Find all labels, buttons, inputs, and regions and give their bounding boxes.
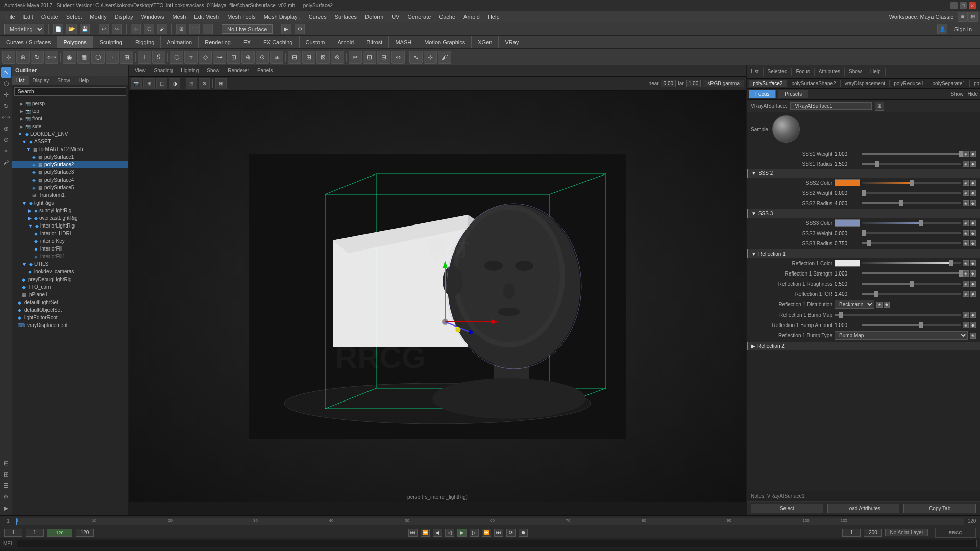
attr-editor-icon[interactable]: ☰	[1, 481, 11, 491]
snap-curve-icon[interactable]: ⌒	[189, 24, 200, 34]
load-attributes-button[interactable]: Load Attributes	[827, 504, 900, 513]
tab-motion-graphics[interactable]: Motion Graphics	[418, 36, 472, 48]
refl1-bump-amt-value[interactable]: 1.000	[835, 322, 860, 328]
node-tab-polySurface2[interactable]: polySurface2	[749, 80, 787, 87]
refl1-ior-value[interactable]: 1.400	[835, 291, 860, 297]
sss2-color-swatch[interactable]	[835, 179, 860, 186]
sss3-radius-value[interactable]: 0.750	[835, 241, 860, 246]
refl1-dist-c-icon[interactable]: ◈	[876, 302, 883, 308]
tree-item-front[interactable]: ▶ 📷 front	[12, 115, 128, 122]
menu-mesh-display[interactable]: Mesh Display ,	[260, 13, 305, 21]
refl1-ior-a-icon[interactable]: ◆	[970, 291, 976, 297]
paint-transfer-icon[interactable]: 🖌	[438, 51, 451, 64]
rotate-tool-icon[interactable]: ↻	[1, 101, 11, 111]
sss2-radius-value[interactable]: 4.000	[835, 201, 860, 206]
refl1-ba-c-icon[interactable]: ◈	[963, 322, 969, 328]
refl1-bump-amt-slider[interactable]	[862, 324, 961, 326]
edge-icon[interactable]: ⬡	[91, 51, 105, 64]
prop-tab-list[interactable]: List	[747, 68, 764, 76]
sign-in-label[interactable]: Sign In	[950, 25, 976, 33]
combine-icon[interactable]: ⊞	[302, 51, 315, 64]
tab-mash[interactable]: MASH	[389, 36, 418, 48]
refl1-roughness-slider[interactable]	[862, 283, 961, 285]
tree-item-defaultObjectSet[interactable]: ◆ defaultObjectSet	[12, 306, 128, 314]
sss1-weight-slider[interactable]	[862, 153, 961, 155]
mel-input[interactable]	[17, 540, 977, 547]
vray-surface-expand-icon[interactable]: ⊞	[875, 102, 884, 111]
refl1-roughness-value[interactable]: 0.500	[835, 281, 860, 287]
shading-menu[interactable]: Shading	[150, 67, 177, 74]
color-space-dropdown[interactable]: sRGB gamma	[703, 80, 744, 87]
sss3-color-connect-icon[interactable]: ◈	[963, 220, 969, 226]
menu-deform[interactable]: Deform	[361, 13, 387, 21]
rotate-icon[interactable]: ↻	[31, 51, 44, 64]
tree-item-vrayDisplacement[interactable]: ⌨ vrayDisplacement	[12, 321, 128, 329]
menu-modify[interactable]: Modify	[86, 13, 110, 21]
target-weld-icon[interactable]: ⊹	[424, 51, 437, 64]
menu-surfaces[interactable]: Surfaces	[331, 13, 361, 21]
refl1-rough-a-icon[interactable]: ◆	[970, 281, 976, 287]
show-manip-icon[interactable]: ⌖	[1, 146, 11, 156]
sss3-rad-c-icon[interactable]: ◈	[963, 240, 969, 246]
insert-loop-icon[interactable]: ⊡	[363, 51, 376, 64]
save-icon[interactable]: 💾	[80, 24, 90, 34]
tree-item-top[interactable]: ▶ 📷 top	[12, 107, 128, 115]
hide-label[interactable]: Hide	[967, 91, 978, 97]
layers-icon[interactable]: ⊟	[1, 458, 11, 468]
play-back-button[interactable]: ◁	[445, 529, 454, 537]
tab-sculpting[interactable]: Sculpting	[93, 36, 129, 48]
tree-item-polySurface5[interactable]: ◈ ▦ polySurface5	[12, 184, 128, 191]
sss2-color-connect-icon[interactable]: ◈	[963, 180, 969, 186]
next-frame-button[interactable]: ▷	[470, 529, 479, 537]
outliner-tab-show[interactable]: Show	[53, 76, 74, 85]
sss1-weight-value[interactable]: 1.000	[835, 151, 860, 157]
tree-item-pPlane1[interactable]: ▦ pPlane1	[12, 291, 128, 298]
tree-item-interiorKey[interactable]: ◆ interiorKey	[12, 237, 128, 245]
separate-icon[interactable]: ⊠	[316, 51, 330, 64]
sss3-wt-c-icon[interactable]: ◈	[963, 230, 969, 236]
undo-icon[interactable]: ↩	[99, 24, 109, 34]
sss1-radius-value[interactable]: 1.500	[835, 161, 860, 167]
refl1-strength-slider[interactable]	[862, 272, 961, 274]
tree-item-persp[interactable]: ▶ 📷 persp	[12, 99, 128, 107]
vert-icon[interactable]: ·	[106, 51, 119, 64]
lasso-select-icon[interactable]: ⬡	[1, 79, 11, 89]
tree-item-polySurface2[interactable]: ◈ ▦ polySurface2	[12, 161, 128, 168]
far-clip-value[interactable]: 1.00	[686, 80, 701, 87]
face-icon[interactable]: ▦	[77, 51, 90, 64]
tree-item-sunnyLightRig[interactable]: ▶ ◆ sunnyLightRig	[12, 207, 128, 214]
menu-create[interactable]: Create	[37, 13, 62, 21]
sss3-header[interactable]: ▼ SSS 3	[747, 209, 980, 218]
merge-icon[interactable]: ⊶	[213, 51, 226, 64]
menu-select[interactable]: Select	[62, 13, 86, 21]
menu-mesh-tools[interactable]: Mesh Tools	[223, 13, 259, 21]
no-live-surface-button[interactable]: No Live Surface	[222, 24, 273, 34]
refl1-color-swatch[interactable]	[835, 260, 860, 267]
workspace-icon1[interactable]: ≡	[958, 12, 968, 22]
wireframe-icon[interactable]: ◫	[156, 78, 167, 89]
refl1-bump-type-dropdown[interactable]: Bump Map Normal Map Displacement	[835, 331, 968, 340]
menu-windows[interactable]: Windows	[137, 13, 168, 21]
sss3-slider[interactable]	[862, 222, 961, 224]
refl1-ba-a-icon[interactable]: ◆	[970, 322, 976, 328]
refl1-color-a-icon[interactable]: ◆	[970, 260, 976, 266]
tree-item-interior-hdri[interactable]: ◆ interior_HDRI	[12, 230, 128, 237]
bevel-icon[interactable]: ◇	[199, 51, 212, 64]
tree-item-polySurface4[interactable]: ◈ ▦ polySurface4	[12, 176, 128, 184]
outliner-tab-list[interactable]: List	[12, 76, 29, 85]
tree-item-lightEditorRoot[interactable]: ◆ lightEditorRoot	[12, 314, 128, 321]
sss1-weight-anim-icon[interactable]: ◆	[970, 151, 976, 157]
transform-icon[interactable]: ⊕	[16, 51, 30, 64]
play-forward-button[interactable]: ▶	[457, 529, 467, 537]
step-forward-button[interactable]: ⏩	[482, 529, 491, 537]
prop-tab-focus[interactable]: Focus	[792, 68, 814, 76]
tab-fx-caching[interactable]: FX Caching	[257, 36, 299, 48]
sss2-weight-value[interactable]: 0.000	[835, 190, 860, 196]
render-settings-icon[interactable]: ⚙	[295, 24, 305, 34]
poly-icon[interactable]: T	[138, 51, 151, 64]
tree-item-interiorFill1[interactable]: ◆ interiorFill1	[12, 253, 128, 260]
move-tool-icon[interactable]: ✛	[1, 90, 11, 100]
refl1-dist-a-icon[interactable]: ◆	[884, 302, 890, 308]
reflection1-header[interactable]: ▼ Reflection 1	[747, 249, 980, 258]
tree-item-transform1[interactable]: ⊞ Transform1	[12, 191, 128, 199]
